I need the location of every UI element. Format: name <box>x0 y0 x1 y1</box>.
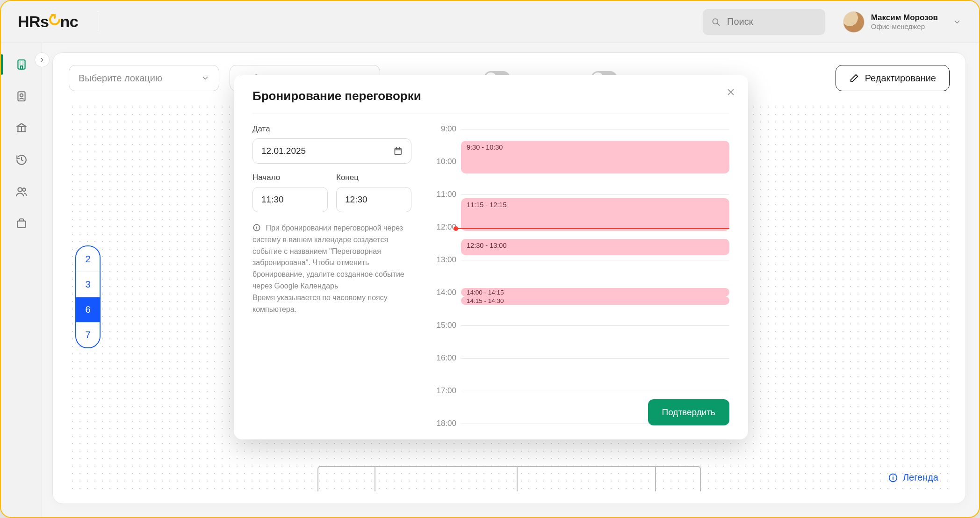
hour-label: 15:00 <box>430 321 461 330</box>
booking-modal: Бронирование переговорки Дата Начало К <box>234 75 748 439</box>
calendar-event[interactable]: 12:30 - 13:00 <box>461 239 729 255</box>
calendar-event[interactable]: 11:15 - 12:15 <box>461 198 729 231</box>
date-value[interactable] <box>261 146 393 156</box>
calendar-event[interactable]: 14:15 - 14:30 <box>461 296 729 305</box>
date-input[interactable] <box>252 138 411 164</box>
hour-row: 15:00 <box>430 321 729 330</box>
confirm-label: Подтвердить <box>662 407 715 417</box>
hour-row: 9:00 <box>430 124 729 134</box>
info-icon <box>252 223 261 232</box>
info-text-content: При бронировании переговорной через сист… <box>252 224 404 313</box>
hour-line <box>461 260 729 260</box>
hour-row: 16:00 <box>430 353 729 363</box>
close-button[interactable] <box>726 87 736 97</box>
hour-row: 17:00 <box>430 386 729 396</box>
booking-form: Дата Начало Конец <box>252 124 411 424</box>
hour-label: 17:00 <box>430 386 461 396</box>
end-value[interactable] <box>345 194 403 205</box>
hour-line <box>461 358 729 359</box>
hour-line <box>461 325 729 326</box>
info-text: При бронировании переговорной через сист… <box>252 223 411 315</box>
modal-title: Бронирование переговорки <box>252 89 729 103</box>
calendar-event[interactable]: 9:30 - 10:30 <box>461 141 729 173</box>
hour-label: 14:00 <box>430 288 461 297</box>
calendar-icon <box>393 146 403 156</box>
hour-line <box>461 129 729 130</box>
hour-label: 16:00 <box>430 353 461 363</box>
hour-label: 11:00 <box>430 190 461 199</box>
svg-point-29 <box>256 226 257 227</box>
svg-rect-23 <box>395 148 401 155</box>
current-time-indicator <box>457 228 729 229</box>
hour-label: 10:00 <box>430 157 461 166</box>
start-input[interactable] <box>252 187 328 212</box>
confirm-button[interactable]: Подтвердить <box>648 399 729 425</box>
end-input[interactable] <box>336 187 411 212</box>
hour-line <box>461 391 729 391</box>
hour-label: 9:00 <box>430 124 461 134</box>
hour-row: 13:00 <box>430 255 729 265</box>
date-label: Дата <box>252 124 411 134</box>
start-value[interactable] <box>261 194 319 205</box>
calendar-event[interactable]: 14:00 - 14:15 <box>461 288 729 296</box>
hour-label: 13:00 <box>430 255 461 265</box>
close-icon <box>726 87 736 97</box>
day-timeline[interactable]: 9:0010:0011:0012:0013:0014:0015:0016:001… <box>430 124 729 424</box>
hour-label: 18:00 <box>430 419 461 428</box>
hour-line <box>461 194 729 195</box>
end-label: Конец <box>336 173 411 182</box>
start-label: Начало <box>252 173 328 182</box>
